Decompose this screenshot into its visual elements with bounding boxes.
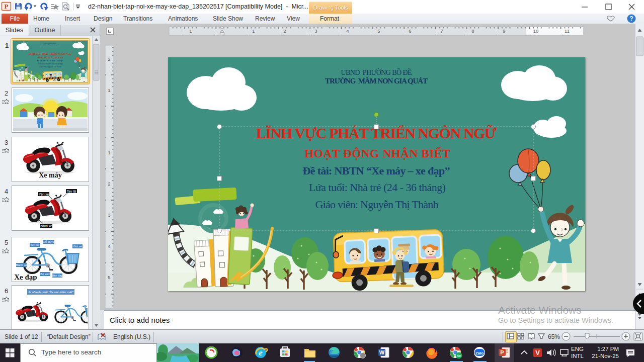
svg-text:3: 3 xyxy=(314,28,317,34)
svg-text:W: W xyxy=(379,349,385,355)
svg-text:e: e xyxy=(259,348,263,357)
svg-text:Tay lái: Tay lái xyxy=(67,190,76,194)
svg-text:Zalo: Zalo xyxy=(475,351,484,355)
svg-text:3: 3 xyxy=(108,212,110,218)
svg-text:4: 4 xyxy=(108,243,110,249)
svg-text:8: 8 xyxy=(471,28,474,34)
svg-text:Ai nhanh nhất “Xe nào biến mất: Ai nhanh nhất “Xe nào biến mất” xyxy=(28,290,73,294)
svg-text:?: ? xyxy=(629,15,633,22)
svg-text:1: 1 xyxy=(189,28,192,34)
svg-text:5: 5 xyxy=(377,28,380,34)
svg-text:Giỏ xe: Giỏ xe xyxy=(73,245,82,248)
svg-text:V: V xyxy=(535,349,540,356)
svg-text:4: 4 xyxy=(346,28,349,34)
svg-text:11: 11 xyxy=(565,28,570,34)
svg-text:bánh xe: bánh xe xyxy=(40,224,52,228)
svg-text:2: 2 xyxy=(108,56,110,62)
svg-text:Bộ xích: Bộ xích xyxy=(40,273,50,276)
svg-text:Yên xe: Yên xe xyxy=(30,243,39,246)
svg-text:P: P xyxy=(5,3,9,10)
svg-text:2: 2 xyxy=(108,181,110,187)
svg-text:2: 2 xyxy=(283,28,286,34)
svg-text:Xe đạp: Xe đạp xyxy=(14,273,37,281)
svg-text:1: 1 xyxy=(108,150,110,155)
svg-text:6: 6 xyxy=(409,28,411,34)
svg-text:P: P xyxy=(500,349,504,355)
svg-text:Xe máy: Xe máy xyxy=(39,171,62,179)
svg-text:An: An xyxy=(457,354,461,357)
svg-text:Giỏ đựng: Giỏ đựng xyxy=(43,240,55,243)
svg-text:1: 1 xyxy=(252,28,255,34)
svg-text:Bánh xe: Bánh xe xyxy=(16,263,27,266)
svg-text:10: 10 xyxy=(533,28,539,34)
svg-text:7: 7 xyxy=(440,28,443,34)
svg-text:Bàn đạp: Bàn đạp xyxy=(52,274,63,277)
svg-text:5: 5 xyxy=(108,275,110,280)
svg-text:Yên xe: Yên xe xyxy=(39,193,49,196)
svg-text:1: 1 xyxy=(108,87,110,93)
svg-text:9: 9 xyxy=(503,28,505,34)
